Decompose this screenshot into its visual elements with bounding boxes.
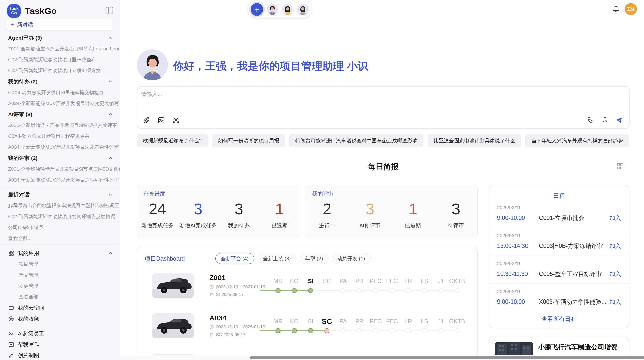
new-chat-button[interactable]: + 新对话 <box>6 19 113 30</box>
project-row[interactable]: 王强 A034 2023-12-19 ~ 2026-01-19 SC-2025-… <box>137 306 477 346</box>
user-avatar[interactable]: 王强 <box>625 3 637 15</box>
section-header-recent-chats[interactable]: 最近对话 <box>0 189 120 200</box>
milestone-label: MR <box>270 316 286 326</box>
microphone-icon[interactable] <box>601 117 608 124</box>
app-item-project-mgmt[interactable]: 项目管理 <box>0 259 120 269</box>
stat-value: 1 <box>391 200 434 218</box>
creative-draw-label: 创意制图 <box>18 350 39 360</box>
attachment-icon[interactable] <box>143 117 150 124</box>
layout-grid-icon[interactable] <box>617 163 624 170</box>
join-button[interactable]: 加入 <box>609 298 621 306</box>
tab-new-body[interactable]: 全新上装 (3) <box>258 253 296 264</box>
sidebar-item-write-helper[interactable]: 帮我写作 <box>0 339 120 350</box>
recent-chat-item[interactable]: C02-飞腾新能源轻客改款项目的闭环通告反馈情况 <box>0 211 120 222</box>
milestone: MR <box>270 276 286 295</box>
chevron-up-icon[interactable] <box>108 80 112 84</box>
tab-powertrain[interactable]: 动总开发 (1) <box>332 253 371 264</box>
section-header-agent-done[interactable]: Agent已办 (3) <box>0 32 120 43</box>
sidebar-task-item[interactable]: C0X4-动力总成开发项目SI里程碑提交物检查 <box>0 87 120 98</box>
milestone-label: KO <box>286 316 302 326</box>
suggestion-chip[interactable]: 欧洲新规最近颁布了什么? <box>137 134 208 147</box>
milestone: LR <box>400 316 416 335</box>
recent-view-all[interactable]: 查看全部... <box>0 233 120 244</box>
milestone-label: SC <box>319 316 335 326</box>
chat-input[interactable] <box>141 90 573 106</box>
chevron-up-icon[interactable] <box>108 112 112 116</box>
scissors-icon[interactable] <box>172 117 180 124</box>
sidebar-task-item[interactable]: A034-全新新能源MUV产品开发项目造型可行性评审 <box>0 174 120 185</box>
chevron-up-icon[interactable] <box>108 156 112 160</box>
sidebar-task-item[interactable]: C0X4-动力总成开发项目工程变更评审 <box>0 131 120 142</box>
milestone: KO <box>286 316 302 335</box>
sidebar-collapse-icon[interactable] <box>105 7 113 14</box>
app-item-change-mgmt[interactable]: 变更管理 <box>0 280 120 291</box>
milestone-timeline: MR KO SI SC PA PR PEC FEC LR LS J1 OKTB <box>270 316 465 335</box>
tab-new-platform[interactable]: 全新平台 (4) <box>215 253 254 264</box>
cloud-space-icon <box>8 305 14 311</box>
sidebar-item-favorites[interactable]: 我的收藏 <box>0 313 120 324</box>
sidebar-task-item[interactable]: C02-飞腾新能源轻客改款项目立项汇报方案 <box>0 65 120 76</box>
phone-icon[interactable] <box>587 117 594 124</box>
milestone-label: PR <box>351 276 368 286</box>
milestone-label: SI <box>302 316 319 326</box>
stat: 24新增完成任务 <box>137 200 178 229</box>
chevron-up-icon[interactable] <box>108 193 112 197</box>
schedule-event: 2025/03/11 9:00-10:00 X003-车辆动力学性能验... 加… <box>489 283 629 311</box>
sidebar-list: Agent已办 (3) Z001-全新燃油皮卡产品开发项目SI节点Lesson … <box>0 32 120 360</box>
milestone-label: PEC <box>368 276 384 286</box>
suggestion-chip[interactable]: 当下年轻人对汽车外观有怎样的喜好趋势 <box>525 134 629 147</box>
assistant-avatar[interactable] <box>297 3 309 16</box>
view-all-schedule-link[interactable]: 查看所有日程 <box>489 315 629 323</box>
apps-view-all[interactable]: 查看全部... <box>0 291 120 302</box>
sidebar-task-item[interactable]: A034-全新新能源MUV产品开发项目法规符合性评审 <box>0 142 120 153</box>
recent-chat-item[interactable]: 解释最新出台的欧盟报废车法规再生塑料比例被调至15%... <box>0 200 120 211</box>
tab-model-year[interactable]: 年型 (2) <box>300 253 328 264</box>
join-button[interactable]: 加入 <box>609 214 621 222</box>
milestone-dot <box>422 288 427 293</box>
app-title: TaskGo <box>25 6 57 16</box>
chevron-up-icon[interactable] <box>108 36 112 40</box>
divider <box>0 187 120 187</box>
event-name: C001-立项审批会 <box>539 214 609 222</box>
sidebar-item-creative-draw[interactable]: 创意制图 <box>0 350 120 360</box>
sidebar-item-my-apps[interactable]: 我的应用 <box>0 248 120 259</box>
sidebar-item-cloud-space[interactable]: 我的云空间 <box>0 302 120 313</box>
section-header-my-todo[interactable]: 我的待办 (2) <box>0 76 120 87</box>
recent-chat-item[interactable]: 公司Q3轻卡销量 <box>0 222 120 233</box>
join-button[interactable]: 加入 <box>609 242 621 250</box>
milestone: J1 <box>433 316 449 335</box>
stat-value: 3 <box>434 200 477 218</box>
send-icon[interactable] <box>616 117 623 124</box>
image-icon[interactable] <box>158 117 165 124</box>
app-item-product-mgmt[interactable]: 产品管理 <box>0 269 120 280</box>
logo-text-top: Task <box>9 6 18 11</box>
stat-label: AI预评审 <box>348 222 391 229</box>
suggestion-chip[interactable]: 特朗普可能对进口汽车增税会对中国车企造成哪些影响 <box>289 134 423 147</box>
milestone-dot <box>389 288 394 293</box>
sidebar-task-item[interactable]: C02-飞腾新能源轻客改款项目里程碑画布 <box>0 54 120 65</box>
notification-bell-icon[interactable] <box>612 5 620 13</box>
sidebar-task-item[interactable]: Z001-全新燃油皮卡产品开发项目SI节点Lesson Learn报告 <box>0 43 120 54</box>
suggestion-chip[interactable]: 比亚迪全固态电池计划具体说了什么 <box>428 134 521 147</box>
milestone-label: PA <box>335 316 351 326</box>
chevron-up-icon[interactable] <box>108 251 112 255</box>
app-logo-icon: Task Go <box>7 4 21 18</box>
suggestion-chip[interactable]: 如何写一份清晰的项目周报 <box>212 134 285 147</box>
sidebar-task-item[interactable]: A034-全新新能源MUV产品开发项目计划变更表编写 <box>0 98 120 109</box>
assistant-avatar[interactable] <box>282 3 294 16</box>
stat: 3我的待办 <box>218 200 259 229</box>
stat-label: 我的待办 <box>218 222 259 229</box>
assistant-avatar[interactable] <box>266 3 279 16</box>
milestone-label: SC <box>319 276 335 286</box>
sidebar-task-item[interactable]: Z001-全新燃油轻卡产品开发项目SI节点属性5D文件评审 <box>0 163 120 174</box>
section-header-ai-review[interactable]: AI评审 (3) <box>0 109 120 120</box>
add-assistant-button[interactable]: + <box>251 3 263 16</box>
horizontal-scrollbar-thumb[interactable] <box>250 356 644 359</box>
section-header-my-review[interactable]: 我的评审 (2) <box>0 153 120 163</box>
project-row[interactable]: 王强 Z001 2023-12-19 ~ 2027-01-19 SI-2025-… <box>137 265 477 306</box>
horizontal-scrollbar-track[interactable] <box>120 355 644 360</box>
milestone-label: KO <box>286 276 302 286</box>
sidebar-item-ai-staff[interactable]: AI超级员工 <box>0 328 120 339</box>
join-button[interactable]: 加入 <box>609 270 621 278</box>
sidebar-task-item[interactable]: Z001-全新燃油轻卡产品开发项目SI造型提交物评审 <box>0 120 120 131</box>
